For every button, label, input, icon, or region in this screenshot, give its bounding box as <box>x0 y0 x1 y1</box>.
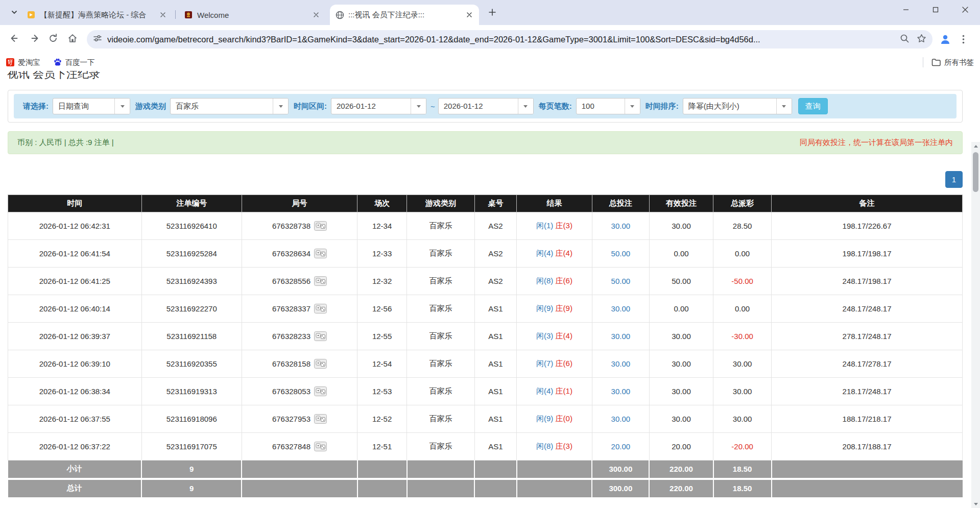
cell-time: 2026-01-12 06:41:25 <box>8 268 142 295</box>
result-player: 闲(4) <box>536 249 553 257</box>
menu-kebab-icon[interactable] <box>954 30 972 49</box>
total-bet-link[interactable]: 30.00 <box>611 304 631 313</box>
cell-valid-bet: 0.00 <box>649 240 713 268</box>
total-bet-link[interactable]: 20.00 <box>611 442 631 451</box>
round-replay-icon[interactable] <box>314 331 327 341</box>
chevron-down-icon[interactable] <box>776 99 792 114</box>
cell-time: 2026-01-12 06:39:37 <box>8 323 142 350</box>
bookmark-baidu[interactable]: 百度一下 <box>54 58 95 67</box>
close-window-button[interactable] <box>950 0 980 20</box>
round-replay-icon[interactable] <box>314 249 327 258</box>
per-page-select[interactable]: 100 <box>576 98 640 114</box>
per-page-label: 每页笔数: <box>539 102 572 111</box>
scrollbar-thumb[interactable] <box>973 152 978 192</box>
tab-bet-record[interactable]: :::视讯 会员下注纪录::: <box>330 5 479 25</box>
footer-payout: 18.50 <box>713 461 772 479</box>
scroll-down-icon[interactable] <box>971 500 980 508</box>
round-replay-icon[interactable] <box>314 221 327 231</box>
cell-session: 12-55 <box>357 323 407 350</box>
chevron-down-icon[interactable] <box>625 99 640 114</box>
maximize-button[interactable] <box>921 0 950 20</box>
time-sort-select[interactable]: 降幂(由大到小) <box>683 98 792 114</box>
bookmark-star-icon[interactable] <box>917 34 926 45</box>
close-icon[interactable] <box>312 10 321 19</box>
cell-game: 百家乐 <box>407 240 475 268</box>
back-icon <box>9 33 19 45</box>
total-bet-link[interactable]: 30.00 <box>611 415 631 423</box>
cell-table-no: AS2 <box>474 268 516 295</box>
cell-payout: 30.00 <box>713 405 772 433</box>
date-start-select[interactable]: 2026-01-12 <box>331 98 426 114</box>
total-bet-link[interactable]: 50.00 <box>611 249 631 258</box>
footer-empty <box>407 461 475 479</box>
result-player: 闲(7) <box>536 359 553 368</box>
chevron-down-icon <box>11 9 18 18</box>
round-no-text: 676328158 <box>272 359 310 368</box>
cell-time: 2026-01-12 06:42:31 <box>8 212 142 240</box>
table-row: 2026-01-12 06:39:37523116921158676328233… <box>8 323 963 350</box>
site-info-icon[interactable] <box>93 34 102 45</box>
date-end-value: 2026-01-12 <box>439 99 518 114</box>
cell-session: 12-34 <box>357 212 407 240</box>
column-header: 有效投注 <box>649 195 713 212</box>
footer-payout: 18.50 <box>713 479 772 497</box>
url-text[interactable]: videoie.com/game/betrecord_search/kind3?… <box>107 35 895 44</box>
zoom-icon[interactable] <box>900 34 910 45</box>
pagination-page-1[interactable]: 1 <box>945 171 963 188</box>
round-no-text: 676328634 <box>272 249 310 258</box>
scroll-up-icon[interactable] <box>971 142 980 150</box>
total-bet-link[interactable]: 30.00 <box>611 387 631 396</box>
reload-button[interactable] <box>44 30 62 49</box>
query-type-select[interactable]: 日期查询 <box>53 98 130 114</box>
back-button[interactable] <box>5 30 23 49</box>
close-icon[interactable] <box>158 10 168 19</box>
chevron-down-icon[interactable] <box>411 99 426 114</box>
address-bar[interactable]: videoie.com/game/betrecord_search/kind3?… <box>87 30 933 49</box>
cell-round-no: 676327953 <box>242 405 357 433</box>
home-button[interactable] <box>63 30 82 49</box>
cell-bet-no: 523116922270 <box>141 295 242 323</box>
total-bet-link[interactable]: 30.00 <box>611 359 631 368</box>
chevron-down-icon[interactable] <box>273 99 288 114</box>
cell-game: 百家乐 <box>407 350 475 378</box>
round-replay-icon[interactable] <box>314 414 327 424</box>
round-replay-icon[interactable] <box>314 386 327 396</box>
total-bet-link[interactable]: 30.00 <box>611 332 631 341</box>
cell-bet-no: 523116924393 <box>141 268 242 295</box>
chevron-down-icon[interactable] <box>114 99 130 114</box>
chevron-down-icon[interactable] <box>518 99 533 114</box>
cell-session: 12-33 <box>357 240 407 268</box>
footer-empty <box>772 461 963 479</box>
profile-avatar[interactable] <box>937 31 954 48</box>
game-category-select[interactable]: 百家乐 <box>170 98 289 114</box>
forward-button[interactable] <box>25 30 43 49</box>
column-header: 时间 <box>8 195 142 212</box>
total-bet-link[interactable]: 50.00 <box>611 277 631 285</box>
round-replay-icon[interactable] <box>314 442 327 451</box>
date-end-select[interactable]: 2026-01-12 <box>438 98 534 114</box>
new-tab-button[interactable] <box>486 7 499 20</box>
cell-table-no: AS1 <box>474 433 516 461</box>
all-bookmarks-button[interactable]: 所有书签 <box>931 58 974 67</box>
cell-time: 2026-01-12 06:39:10 <box>8 350 142 378</box>
close-icon[interactable] <box>465 10 474 19</box>
maximize-icon <box>933 6 939 15</box>
round-no-text: 676327953 <box>272 415 310 423</box>
bookmarks-bar: 爱淘宝 百度一下 所有书签 <box>0 54 980 71</box>
round-replay-icon[interactable] <box>314 304 327 313</box>
cell-bet-no: 523116917075 <box>141 433 242 461</box>
cell-table-no: AS2 <box>474 212 516 240</box>
bookmark-taobao[interactable]: 爱淘宝 <box>6 58 40 67</box>
minimize-icon <box>903 6 909 15</box>
minimize-button[interactable] <box>891 0 921 20</box>
round-replay-icon[interactable] <box>314 359 327 369</box>
tab-welcome[interactable]: Welcome <box>179 5 326 25</box>
search-button[interactable]: 查询 <box>798 98 828 114</box>
tab-search-button[interactable] <box>7 6 21 20</box>
tab-forum[interactable]: 【新提醒】海燕策略论坛 - 综合 <box>21 5 173 25</box>
cell-note: 218.17/248.17 <box>772 378 963 405</box>
round-replay-icon[interactable] <box>314 276 327 286</box>
page-scrollbar[interactable] <box>971 142 980 508</box>
round-no-text: 676327848 <box>272 442 310 451</box>
total-bet-link[interactable]: 30.00 <box>611 222 631 230</box>
